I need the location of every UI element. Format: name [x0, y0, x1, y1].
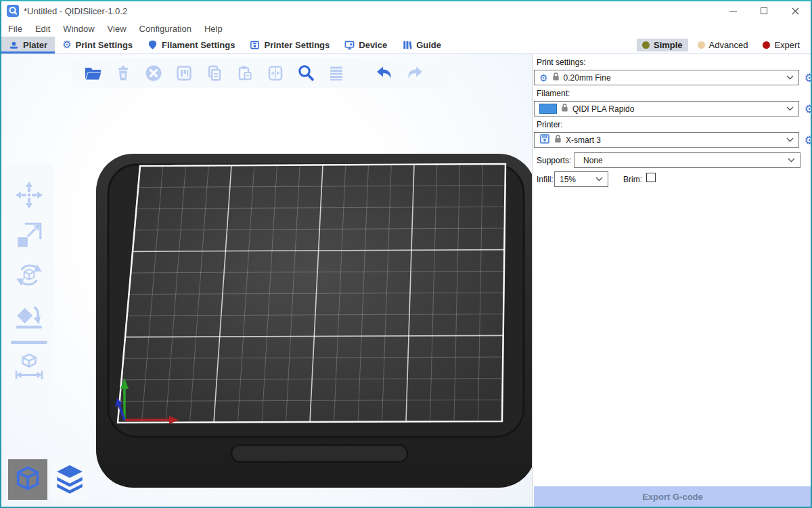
menu-edit[interactable]: Edit	[35, 24, 50, 34]
menu-bar: File Edit Window View Configuration Help	[1, 20, 811, 37]
print-settings-gear-button[interactable]: ⚙	[803, 71, 812, 85]
bed-handle	[231, 445, 407, 462]
open-folder-icon[interactable]	[83, 63, 103, 83]
advanced-dot-icon	[698, 41, 705, 49]
app-window: *Untitled - QIDISlicer-1.0.2 File Edit W…	[0, 0, 812, 508]
view-mode-buttons	[8, 459, 89, 500]
device-icon	[344, 40, 355, 50]
printer-gear-button[interactable]: ⚙	[803, 133, 812, 147]
copy-icon[interactable]	[204, 63, 225, 83]
mode-label: Expert	[774, 40, 800, 50]
lock-icon	[552, 72, 560, 83]
tab-label: Plater	[23, 40, 47, 50]
main-toolbar	[71, 58, 453, 88]
infill-label: Infill:	[537, 175, 554, 184]
filament-combo[interactable]: QIDI PLA Rapido	[534, 101, 799, 117]
print-bed[interactable]	[1, 54, 532, 508]
window-title: *Untitled - QIDISlicer-1.0.2	[24, 6, 127, 16]
title-bar[interactable]: *Untitled - QIDISlicer-1.0.2	[1, 1, 811, 20]
gear-icon: ⚙	[62, 40, 71, 50]
transform-toolbar	[5, 163, 53, 402]
menu-window[interactable]: Window	[63, 24, 94, 34]
split-icon[interactable]	[265, 63, 286, 83]
settings-panel: Print settings: ⚙ 0.20mm Fine ⚙ Filament…	[532, 54, 812, 508]
mode-simple[interactable]: Simple	[637, 39, 688, 51]
measure-icon[interactable]	[15, 353, 43, 384]
toolbar-separator	[11, 341, 47, 344]
infill-combo[interactable]: 15%	[554, 171, 608, 187]
lock-icon	[554, 134, 562, 146]
menu-help[interactable]: Help	[204, 24, 223, 34]
expert-dot-icon	[763, 41, 770, 49]
close-button[interactable]	[780, 1, 811, 20]
tab-printer-settings[interactable]: Printer Settings	[242, 37, 337, 54]
place-on-face-icon[interactable]	[15, 301, 43, 332]
arrange-icon[interactable]	[174, 63, 194, 83]
search-icon[interactable]	[296, 63, 316, 83]
filament-color-swatch	[539, 104, 557, 114]
print-settings-combo[interactable]: ⚙ 0.20mm Fine	[534, 70, 799, 85]
printer-mini-icon	[539, 133, 550, 146]
tab-print-settings[interactable]: ⚙ Print Settings	[55, 37, 140, 54]
undo-icon[interactable]	[374, 63, 394, 83]
tab-label: Printer Settings	[264, 40, 330, 50]
printer-value: X-smart 3	[566, 135, 601, 145]
chevron-down-icon	[786, 75, 794, 80]
filament-icon	[148, 40, 158, 50]
gear-icon: ⚙	[539, 73, 548, 83]
supports-combo[interactable]: None	[574, 152, 800, 168]
3d-editor-view-icon[interactable]	[8, 459, 47, 500]
print-settings-value: 0.20mm Fine	[564, 73, 611, 83]
paste-icon[interactable]	[235, 63, 255, 83]
variable-layer-height-icon[interactable]	[326, 63, 346, 83]
printer-combo[interactable]: X-smart 3	[534, 132, 799, 148]
filament-label: Filament:	[537, 89, 570, 98]
brim-checkbox[interactable]	[646, 173, 656, 182]
redo-icon[interactable]	[405, 63, 425, 83]
supports-label: Supports:	[537, 156, 571, 165]
printer-icon	[250, 40, 260, 50]
mode-label: Simple	[654, 40, 683, 50]
menu-view[interactable]: View	[108, 24, 127, 34]
filament-value: QIDI PLA Rapido	[572, 104, 634, 114]
preview-layers-icon[interactable]	[50, 459, 89, 500]
tab-label: Filament Settings	[162, 40, 235, 50]
app-logo-icon	[7, 5, 19, 17]
brim-label: Brim:	[623, 175, 642, 184]
mode-expert[interactable]: Expert	[757, 39, 805, 51]
supports-value: None	[583, 156, 603, 165]
maximize-button[interactable]	[748, 1, 780, 20]
menu-configuration[interactable]: Configuration	[139, 24, 191, 34]
chevron-down-icon	[786, 106, 794, 111]
move-icon[interactable]	[15, 181, 43, 212]
simple-dot-icon	[642, 41, 650, 49]
printer-label: Printer:	[537, 120, 563, 129]
mode-selector: Simple Advanced Expert	[637, 37, 811, 54]
tab-label: Device	[359, 40, 387, 50]
mode-advanced[interactable]: Advanced	[692, 39, 754, 51]
infill-value: 15%	[560, 175, 576, 184]
tab-plater[interactable]: Plater	[1, 37, 55, 54]
lock-icon	[561, 103, 568, 114]
tab-label: Print Settings	[76, 40, 133, 50]
plater-icon	[9, 40, 19, 50]
rotate-icon[interactable]	[15, 261, 43, 292]
export-gcode-button[interactable]: Export G-code	[534, 486, 811, 507]
chevron-down-icon	[595, 177, 603, 182]
tab-bar: Plater ⚙ Print Settings Filament Setting…	[1, 37, 811, 54]
chevron-down-icon	[786, 137, 794, 142]
delete-all-icon[interactable]	[143, 63, 164, 83]
scale-icon[interactable]	[15, 221, 43, 252]
menu-file[interactable]: File	[8, 24, 22, 34]
mode-label: Advanced	[709, 40, 748, 50]
filament-gear-button[interactable]: ⚙	[803, 102, 812, 116]
tab-label: Guide	[416, 40, 441, 50]
tab-guide[interactable]: Guide	[394, 37, 449, 54]
tab-filament-settings[interactable]: Filament Settings	[140, 37, 242, 54]
delete-icon[interactable]	[113, 63, 133, 83]
viewport-3d[interactable]	[1, 54, 532, 508]
print-settings-label: Print settings:	[537, 58, 586, 67]
minimize-button[interactable]	[717, 1, 748, 20]
guide-icon	[402, 40, 412, 50]
tab-device[interactable]: Device	[337, 37, 394, 54]
